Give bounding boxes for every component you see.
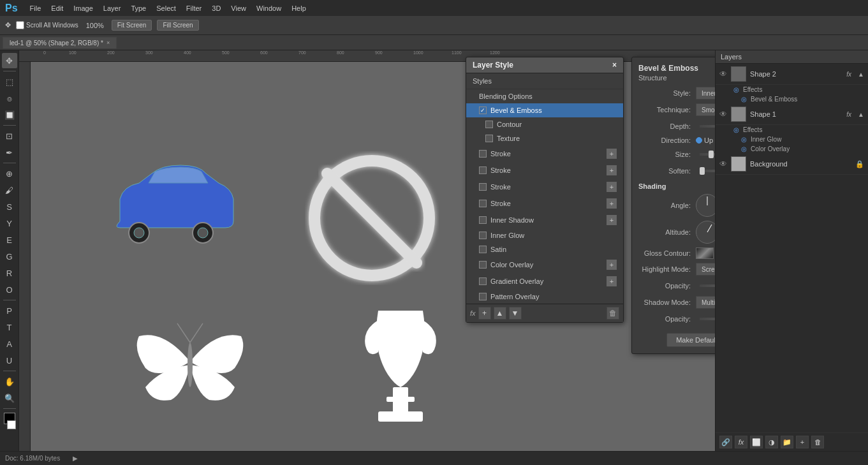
gradient-overlay-checkbox[interactable] — [479, 277, 487, 285]
spot-heal-tool[interactable]: ⊕ — [2, 166, 17, 181]
style-item-stroke-1[interactable]: Stroke + — [466, 145, 623, 162]
layer-item-shape1[interactable]: 👁 Shape 1 fx ▲ — [716, 104, 868, 125]
marquee-tool[interactable]: ⬚ — [2, 74, 17, 89]
add-style-button[interactable]: + — [478, 307, 491, 320]
stroke2-add-button[interactable]: + — [607, 165, 617, 175]
style-select[interactable]: Inner Bevel Outer Bevel Emboss Pillow Em… — [696, 87, 715, 100]
style-item-pattern-overlay[interactable]: Pattern Overlay — [466, 290, 623, 304]
stroke1-checkbox[interactable] — [479, 150, 487, 158]
stroke3-checkbox[interactable] — [479, 183, 487, 191]
fit-screen-button[interactable]: Fit Screen — [112, 20, 152, 31]
eyedropper-tool[interactable]: ✒ — [2, 145, 17, 160]
menu-image[interactable]: Image — [69, 3, 98, 13]
link-layers-button[interactable]: 🔗 — [719, 436, 732, 448]
pattern-overlay-checkbox[interactable] — [479, 293, 487, 300]
gradient-tool[interactable]: G — [2, 249, 17, 264]
move-tool[interactable]: ✥ — [2, 53, 17, 68]
stroke3-add-button[interactable]: + — [607, 182, 617, 192]
shadow-opacity-slider[interactable] — [700, 318, 715, 320]
highlight-mode-select[interactable]: Screen Normal Multiply — [696, 263, 715, 276]
style-item-stroke-4[interactable]: Stroke + — [466, 195, 623, 212]
size-slider[interactable] — [700, 153, 715, 156]
scroll-all-windows-checkbox[interactable] — [16, 21, 24, 29]
angle-circle[interactable] — [696, 194, 715, 217]
blur-tool[interactable]: R — [2, 265, 17, 281]
path-select-tool[interactable]: A — [2, 336, 17, 351]
depth-slider[interactable] — [700, 125, 715, 128]
altitude-circle[interactable] — [696, 221, 715, 244]
hand-tool[interactable]: ✋ — [2, 374, 17, 389]
delete-layer-button[interactable]: 🗑 — [811, 436, 824, 448]
pen-tool[interactable]: P — [2, 303, 17, 318]
menu-layer[interactable]: Layer — [99, 3, 126, 13]
move-down-button[interactable]: ▼ — [509, 307, 522, 320]
add-mask-button[interactable]: ⬜ — [750, 436, 763, 448]
style-item-contour[interactable]: Contour — [466, 117, 623, 131]
fill-screen-button[interactable]: Fill Screen — [157, 20, 198, 31]
soften-slider[interactable] — [700, 170, 715, 172]
color-overlay-add-button[interactable]: + — [607, 260, 617, 270]
layer-shape1-inner-glow-effect[interactable]: ◎ Inner Glow — [716, 135, 868, 144]
menu-filter[interactable]: Filter — [182, 3, 206, 13]
layer-shape2-bevel-effect[interactable]: ◎ Bevel & Emboss — [716, 94, 868, 104]
eraser-tool[interactable]: E — [2, 232, 17, 247]
style-item-stroke-3[interactable]: Stroke + — [466, 179, 623, 195]
lasso-tool[interactable]: ⌾ — [2, 91, 17, 106]
layer-shape1-visibility-icon[interactable]: 👁 — [719, 110, 727, 119]
contour-checkbox[interactable] — [485, 121, 493, 128]
text-tool[interactable]: T — [2, 320, 17, 335]
satin-checkbox[interactable] — [479, 246, 487, 253]
add-layer-style-button[interactable]: fx — [735, 436, 747, 448]
inner-glow-checkbox[interactable] — [479, 232, 487, 239]
stroke4-add-button[interactable]: + — [607, 198, 617, 209]
layer-shape1-expand-icon[interactable]: ▲ — [858, 111, 864, 118]
delete-style-button[interactable]: 🗑 — [607, 307, 619, 320]
highlight-opacity-slider[interactable] — [700, 284, 715, 287]
layer-item-shape2[interactable]: 👁 Shape 2 fx ▲ — [716, 64, 868, 85]
layer-shape2-expand-icon[interactable]: ▲ — [858, 71, 864, 78]
menu-type[interactable]: Type — [126, 3, 151, 13]
style-item-color-overlay[interactable]: Color Overlay + — [466, 256, 623, 273]
stroke2-checkbox[interactable] — [479, 166, 487, 174]
zoom-tool[interactable]: 🔍 — [2, 390, 17, 406]
color-overlay-checkbox[interactable] — [479, 261, 487, 269]
style-item-satin[interactable]: Satin — [466, 242, 623, 256]
create-group-button[interactable]: 📁 — [781, 436, 793, 448]
menu-view[interactable]: View — [226, 3, 251, 13]
layer-item-background[interactable]: 👁 Background 🔒 — [716, 154, 868, 175]
layer-shape1-color-overlay-effect[interactable]: ◎ Color Overlay — [716, 144, 868, 154]
gradient-overlay-add-button[interactable]: + — [607, 276, 617, 286]
style-item-gradient-overlay[interactable]: Gradient Overlay + — [466, 273, 623, 290]
move-up-button[interactable]: ▲ — [494, 307, 506, 320]
gloss-contour-preview[interactable] — [696, 247, 714, 259]
move-tool-icon[interactable]: ✥ — [5, 21, 11, 29]
create-adjustment-button[interactable]: ◑ — [765, 436, 778, 448]
style-item-texture[interactable]: Texture — [466, 131, 623, 145]
technique-select[interactable]: Smooth Chisel Hard Chisel Soft — [696, 103, 715, 116]
status-arrow[interactable]: ▶ — [73, 455, 78, 462]
style-item-inner-shadow[interactable]: Inner Shadow + — [466, 212, 623, 228]
inner-shadow-checkbox[interactable] — [479, 216, 487, 224]
direction-up-radio[interactable]: Up — [696, 137, 713, 144]
crop-tool[interactable]: ⊡ — [2, 128, 17, 144]
stroke1-add-button[interactable]: + — [607, 149, 617, 159]
layer-background-visibility-icon[interactable]: 👁 — [719, 159, 727, 168]
background-color-swatch[interactable] — [7, 420, 16, 429]
shape-tool[interactable]: U — [2, 353, 17, 368]
shadow-mode-select[interactable]: Multiply Normal Screen — [696, 296, 715, 309]
style-item-inner-glow[interactable]: Inner Glow — [466, 228, 623, 242]
style-item-bevel-emboss[interactable]: Bevel & Emboss — [466, 103, 623, 117]
quick-select-tool[interactable]: 🔲 — [2, 107, 17, 122]
brush-tool[interactable]: 🖌 — [2, 182, 17, 198]
menu-file[interactable]: File — [26, 3, 46, 13]
document-tab[interactable]: led-1 @ 50% (Shape 2, RGB/8) * × — [3, 37, 117, 48]
menu-select[interactable]: Select — [152, 3, 180, 13]
texture-checkbox[interactable] — [485, 135, 493, 142]
menu-3d[interactable]: 3D — [207, 3, 225, 13]
stroke4-checkbox[interactable] — [479, 200, 487, 207]
clone-stamp-tool[interactable]: S — [2, 199, 17, 214]
layer-style-close-icon[interactable]: × — [612, 61, 617, 70]
menu-edit[interactable]: Edit — [47, 3, 68, 13]
menu-help[interactable]: Help — [287, 3, 311, 13]
make-default-button[interactable]: Make Default — [666, 333, 715, 347]
